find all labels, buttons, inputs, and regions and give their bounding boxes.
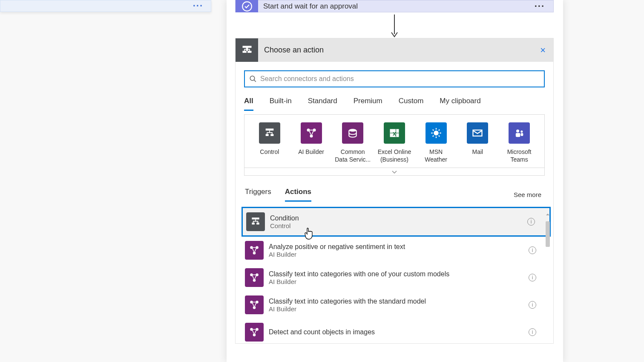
info-icon[interactable]: i: [529, 301, 536, 309]
ai-builder-icon: [245, 241, 264, 260]
choose-action-panel: Choose an action × All Built-in Standard…: [235, 38, 554, 344]
svg-point-44: [253, 307, 256, 310]
info-icon[interactable]: i: [529, 274, 536, 281]
action-subtitle: AI Builder: [269, 305, 426, 313]
tab-actions[interactable]: Actions: [285, 188, 311, 202]
previous-step-menu[interactable]: ···: [193, 0, 203, 12]
expand-connectors-button[interactable]: [244, 168, 545, 176]
svg-point-19: [434, 130, 439, 136]
connector-label: Control: [260, 148, 279, 156]
svg-rect-8: [266, 129, 274, 131]
choose-title: Choose an action: [264, 46, 324, 55]
action-subtitle: AI Builder: [269, 278, 449, 285]
svg-line-27: [438, 130, 439, 130]
tab-custom[interactable]: Custom: [399, 97, 424, 111]
action-title: Classify text into categories with one o…: [269, 270, 449, 278]
connector-cds[interactable]: Common Data Servic...: [333, 122, 373, 163]
trigger-action-tabs: Triggers Actions: [245, 188, 311, 202]
connector-label: Common Data Servic...: [335, 148, 371, 163]
connector-ai-builder[interactable]: AI Builder: [291, 122, 331, 163]
action-analyze-sentiment[interactable]: Analyze positive or negative sentiment i…: [242, 237, 551, 264]
svg-rect-32: [521, 133, 523, 136]
tab-all[interactable]: All: [244, 97, 253, 111]
svg-rect-34: [252, 223, 255, 225]
svg-rect-4: [242, 51, 246, 53]
svg-line-25: [438, 136, 439, 136]
svg-rect-33: [252, 218, 259, 220]
ai-builder-icon: [245, 323, 264, 342]
svg-point-47: [253, 334, 256, 337]
connector-label: MSN Weather: [425, 148, 447, 163]
mail-icon: [467, 122, 488, 144]
ai-builder-icon: [245, 268, 264, 287]
svg-text:x: x: [393, 130, 396, 137]
tab-my-clipboard[interactable]: My clipboard: [440, 97, 480, 111]
connector-label: AI Builder: [298, 148, 324, 156]
action-classify-custom[interactable]: Classify text into categories with one o…: [242, 264, 551, 291]
connector-control[interactable]: Control: [250, 122, 289, 163]
search-input[interactable]: [260, 75, 540, 83]
connector-teams[interactable]: Microsoft Teams: [500, 122, 539, 163]
svg-point-41: [253, 279, 256, 282]
chevron-down-icon: [391, 170, 397, 174]
actions-list: Condition Control i Analyze positive or …: [242, 207, 551, 343]
connector-label: Excel Online (Business): [378, 148, 411, 163]
tab-standard[interactable]: Standard: [308, 97, 337, 111]
previous-step-card: ···: [0, 0, 211, 12]
connector-label: Microsoft Teams: [507, 148, 532, 163]
svg-rect-31: [516, 133, 520, 137]
action-title: Analyze positive or negative sentiment i…: [269, 243, 405, 251]
svg-point-38: [253, 252, 256, 255]
search-box[interactable]: [244, 70, 545, 87]
svg-point-30: [520, 130, 523, 133]
weather-icon: [426, 122, 447, 144]
close-button[interactable]: ×: [540, 45, 546, 56]
svg-rect-9: [266, 134, 269, 136]
connector-excel[interactable]: x Excel Online (Business): [374, 122, 414, 163]
cds-icon: [342, 122, 363, 144]
tab-premium[interactable]: Premium: [354, 97, 382, 111]
ai-builder-icon: [301, 122, 322, 144]
svg-point-14: [349, 129, 356, 132]
svg-line-24: [432, 130, 433, 130]
control-icon: [246, 212, 265, 231]
svg-rect-10: [270, 134, 273, 136]
info-icon[interactable]: i: [527, 218, 535, 226]
scroll-thumb[interactable]: [546, 221, 550, 247]
action-title: Condition: [270, 214, 299, 222]
connector-label: Mail: [472, 148, 483, 156]
approval-menu-button[interactable]: ···: [535, 1, 545, 12]
excel-icon: x: [384, 122, 405, 144]
approval-card[interactable]: Start and wait for an approval ···: [235, 0, 554, 12]
info-icon[interactable]: i: [529, 328, 536, 336]
approval-icon: [236, 0, 258, 12]
svg-line-7: [254, 80, 256, 82]
scrollbar[interactable]: [545, 212, 551, 340]
svg-line-26: [432, 136, 433, 136]
tab-built-in[interactable]: Built-in: [270, 97, 292, 111]
connectors-grid: Control AI Builder Common Data Servic...…: [244, 114, 545, 168]
scroll-up-arrow[interactable]: [545, 212, 551, 217]
action-subtitle: Control: [270, 222, 299, 229]
connector-mail[interactable]: Mail: [458, 122, 497, 163]
action-condition[interactable]: Condition Control i: [242, 207, 551, 237]
flow-arrow-icon: [390, 14, 399, 38]
choose-action-icon: [236, 38, 258, 62]
action-title: Classify text into categories with the s…: [269, 298, 426, 305]
info-icon[interactable]: i: [529, 246, 536, 254]
see-more-link[interactable]: See more: [514, 191, 541, 198]
svg-rect-35: [256, 223, 259, 225]
svg-rect-5: [247, 51, 251, 53]
action-detect-objects[interactable]: Detect and count objects in images i: [242, 319, 551, 343]
ai-builder-icon: [245, 295, 264, 314]
svg-point-13: [310, 135, 313, 138]
svg-rect-2: [242, 46, 251, 48]
action-title: Detect and count objects in images: [269, 328, 375, 336]
search-wrap: [236, 62, 553, 87]
tab-triggers[interactable]: Triggers: [245, 188, 271, 202]
action-subtitle: AI Builder: [269, 251, 405, 258]
action-classify-standard[interactable]: Classify text into categories with the s…: [242, 291, 551, 319]
svg-point-6: [250, 76, 255, 81]
connector-msn-weather[interactable]: MSN Weather: [416, 122, 456, 163]
svg-point-29: [516, 130, 519, 133]
